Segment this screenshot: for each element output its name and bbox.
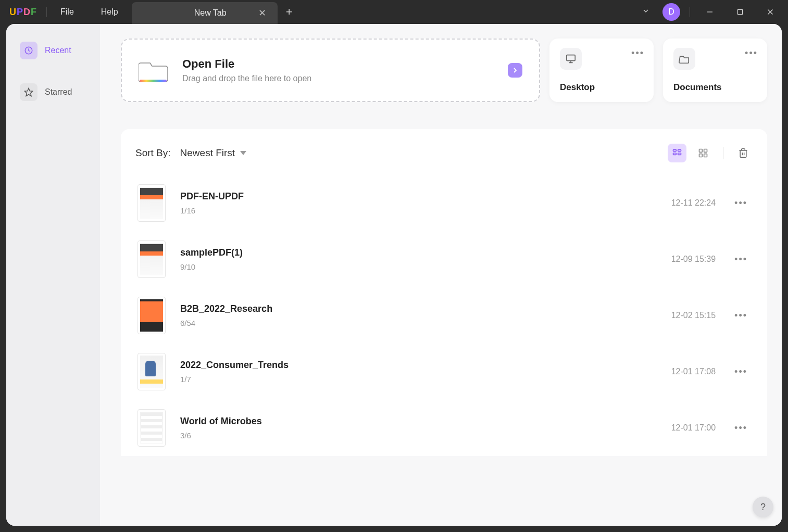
open-file-subtitle: Drag and drop the file here to open	[182, 74, 493, 83]
svg-rect-10	[673, 149, 677, 151]
chevron-down-icon[interactable]	[639, 7, 653, 17]
file-thumbnail	[137, 240, 166, 278]
file-name: 2022_Consumer_Trends	[180, 360, 671, 371]
star-icon	[20, 83, 37, 101]
file-thumbnail	[137, 353, 166, 390]
sort-label: Sort By:	[135, 147, 171, 159]
file-row[interactable]: B2B_2022_Research6/5412-02 15:15•••	[135, 287, 753, 344]
titlebar: UPDF File Help New Tab ✕ + D	[0, 0, 788, 24]
svg-marker-5	[25, 88, 33, 96]
file-thumbnail	[137, 409, 166, 447]
divider	[723, 147, 723, 159]
avatar[interactable]: D	[662, 3, 680, 21]
more-icon[interactable]: •••	[731, 251, 751, 268]
grid-view-button[interactable]	[694, 144, 712, 162]
more-icon[interactable]: •••	[631, 48, 644, 59]
file-name: PDF-EN-UPDF	[180, 191, 671, 202]
file-thumbnail	[137, 297, 166, 334]
file-pages: 1/16	[180, 206, 671, 215]
file-row[interactable]: 2022_Consumer_Trends1/712-01 17:08•••	[135, 344, 753, 400]
minimize-button[interactable]	[699, 4, 720, 20]
more-icon[interactable]: •••	[731, 195, 751, 212]
svg-rect-11	[678, 149, 681, 151]
more-icon[interactable]: •••	[731, 420, 751, 437]
sort-value-text: Newest First	[180, 147, 235, 159]
desktop-icon	[560, 48, 582, 70]
location-label: Desktop	[560, 82, 643, 93]
svg-rect-14	[699, 149, 703, 153]
file-date: 12-09 15:39	[671, 255, 716, 264]
location-label: Documents	[673, 82, 757, 93]
close-icon[interactable]: ✕	[256, 5, 268, 21]
close-window-button[interactable]	[760, 4, 781, 20]
triangle-down-icon	[240, 151, 246, 155]
chevron-right-icon	[508, 63, 522, 78]
tab-title: New Tab	[194, 8, 227, 18]
folder-icon	[139, 58, 168, 83]
maximize-button[interactable]	[730, 4, 751, 20]
new-tab-button[interactable]: +	[278, 5, 301, 19]
main-panel: Open File Drag and drop the file here to…	[100, 24, 782, 526]
svg-rect-6	[140, 80, 167, 82]
list-view-button[interactable]	[668, 144, 686, 162]
file-thumbnail	[137, 184, 166, 222]
sidebar-item-recent[interactable]: Recent	[14, 36, 93, 65]
location-documents[interactable]: ••• Documents	[663, 39, 767, 102]
tab-new[interactable]: New Tab ✕	[132, 2, 278, 24]
menu-help[interactable]: Help	[87, 7, 132, 17]
sidebar-item-starred[interactable]: Starred	[14, 78, 93, 106]
app-logo: UPDF	[9, 7, 37, 18]
divider	[690, 7, 690, 17]
file-name: samplePDF(1)	[180, 247, 671, 258]
more-icon[interactable]: •••	[745, 48, 758, 59]
file-date: 12-02 15:15	[671, 311, 716, 320]
file-row[interactable]: World of Microbes3/612-01 17:00•••	[135, 400, 753, 456]
more-icon[interactable]: •••	[731, 307, 751, 324]
file-date: 12-01 17:00	[671, 423, 716, 433]
file-date: 12-01 17:08	[671, 367, 716, 376]
svg-rect-1	[738, 10, 743, 15]
svg-rect-17	[704, 154, 707, 157]
open-file-card[interactable]: Open File Drag and drop the file here to…	[121, 39, 540, 102]
sort-dropdown[interactable]: Newest First	[180, 147, 247, 159]
open-file-title: Open File	[182, 57, 493, 71]
trash-button[interactable]	[734, 144, 753, 162]
file-list: Sort By: Newest First	[121, 129, 767, 456]
svg-rect-12	[673, 153, 677, 155]
file-row[interactable]: samplePDF(1)9/1012-09 15:39•••	[135, 231, 753, 287]
folder-icon	[673, 48, 695, 70]
sidebar: Recent Starred	[6, 24, 100, 526]
clock-icon	[20, 42, 37, 59]
svg-rect-13	[678, 153, 681, 155]
file-pages: 3/6	[180, 431, 671, 440]
sidebar-item-label: Starred	[45, 87, 72, 97]
file-name: B2B_2022_Research	[180, 303, 671, 314]
file-date: 12-11 22:24	[671, 198, 716, 208]
file-pages: 9/10	[180, 262, 671, 271]
svg-rect-16	[699, 154, 703, 157]
svg-rect-15	[704, 149, 707, 153]
more-icon[interactable]: •••	[731, 363, 751, 381]
file-pages: 6/54	[180, 319, 671, 327]
menu-file[interactable]: File	[47, 7, 87, 17]
file-row[interactable]: PDF-EN-UPDF1/1612-11 22:24•••	[135, 175, 753, 231]
sidebar-item-label: Recent	[45, 46, 71, 55]
file-name: World of Microbes	[180, 416, 671, 427]
file-pages: 1/7	[180, 375, 671, 384]
location-desktop[interactable]: ••• Desktop	[549, 39, 654, 102]
svg-rect-7	[567, 55, 576, 61]
help-button[interactable]: ?	[753, 497, 773, 517]
